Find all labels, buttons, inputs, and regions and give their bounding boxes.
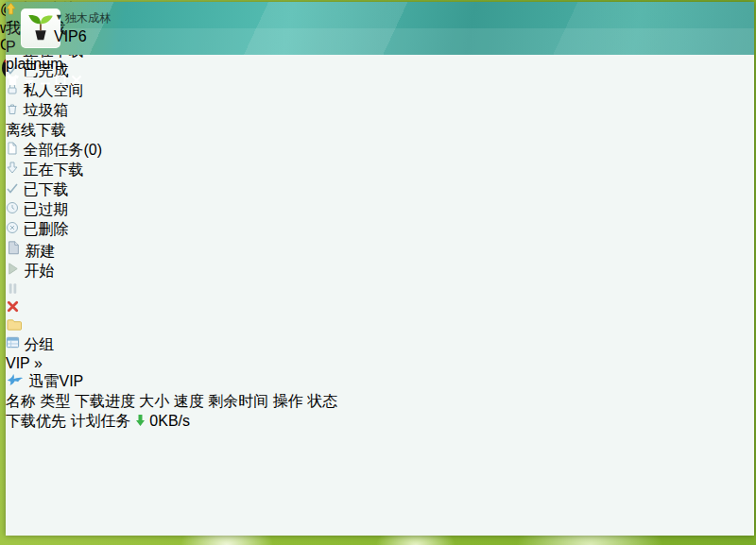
new-task-button[interactable]: 新建: [6, 240, 754, 262]
sidebar-section-offline-title: 离线下载: [6, 121, 754, 141]
tab-my-downloads[interactable]: 我的下载: [6, 19, 754, 39]
sidebar-item-label: 已过期: [23, 201, 68, 217]
circle-x-icon: [6, 221, 23, 237]
sidebar-item-offline-all-tasks[interactable]: 全部任务(0): [6, 141, 754, 161]
list-column-headers: 名称 类型 下载进度 大小 速度 剩余时间 操作 状态: [6, 392, 754, 412]
sidebar-item-label: 已下载: [23, 181, 68, 197]
plant-logo-icon: [25, 10, 57, 46]
main-menu-button[interactable]: [24, 73, 39, 89]
pause-icon: [6, 282, 20, 298]
group-list-icon: [6, 336, 24, 352]
folder-icon: [6, 318, 23, 334]
download-arrow-icon: [6, 162, 23, 178]
open-folder-button[interactable]: [6, 317, 754, 335]
column-header-name[interactable]: 名称: [6, 393, 36, 409]
close-button[interactable]: [71, 73, 82, 89]
skin-crest: P: [6, 39, 754, 56]
user-dropdown-arrow[interactable]: ▼: [55, 12, 63, 22]
play-icon: [6, 263, 24, 279]
group-button[interactable]: 分组: [6, 335, 754, 355]
maximize-button[interactable]: [55, 73, 70, 89]
thunder-bird-icon: [6, 373, 28, 389]
skin-button[interactable]: [6, 73, 24, 89]
sidebar-item-label: 已删除: [23, 221, 68, 237]
column-header-size[interactable]: 大小: [139, 393, 169, 409]
skin-crest-letter: P: [6, 39, 16, 55]
xunlei-vip-label: 迅雷VIP: [28, 373, 83, 389]
start-button[interactable]: 开始: [6, 262, 754, 281]
shirt-icon: [6, 73, 24, 89]
sidebar-item-offline-downloaded[interactable]: 已下载: [6, 180, 754, 200]
maximize-icon: [55, 73, 70, 89]
skin-watermark-text: platinum: [6, 56, 754, 73]
statusbar: 下载优先 计划任务 0KB/s: [6, 412, 754, 432]
download-priority-link[interactable]: 下载优先: [6, 413, 66, 429]
sidebar-item-offline-expired[interactable]: 已过期: [6, 200, 754, 220]
new-task-label: 新建: [25, 243, 55, 259]
group-label: 分组: [24, 336, 54, 352]
vip-toolbar-badge[interactable]: VIP: [6, 355, 30, 371]
new-document-icon: [6, 243, 25, 259]
sidebar-item-label: 全部任务(0): [23, 142, 102, 158]
menu-chevron-icon: [24, 73, 39, 89]
toolbar-more-button[interactable]: »: [34, 355, 43, 371]
app-window: ▼ 独木成林 VIP6 我的下载 P platinum: [6, 2, 754, 536]
delete-button[interactable]: [6, 299, 754, 317]
start-label: 开始: [24, 263, 54, 279]
sidebar-item-label: 垃圾箱: [23, 102, 68, 118]
download-speed-indicator: 0KB/s: [135, 413, 190, 429]
speed-value: 0KB/s: [149, 413, 190, 429]
column-header-status[interactable]: 状态: [307, 393, 337, 409]
sidebar-item-offline-deleted[interactable]: 已删除: [6, 220, 754, 240]
column-header-action[interactable]: 操作: [273, 393, 303, 409]
sidebar-item-label: 正在下载: [23, 162, 83, 178]
vip-upgrade-arrow-icon[interactable]: [6, 2, 16, 18]
sidebar-item-offline-downloading[interactable]: 正在下载: [6, 161, 754, 180]
toolbar: 新建 开始: [6, 240, 754, 392]
column-header-remaining[interactable]: 剩余时间: [208, 393, 268, 409]
xunlei-vip-button[interactable]: 迅雷VIP: [6, 372, 754, 392]
close-icon: [71, 73, 82, 89]
scheduled-tasks-link[interactable]: 计划任务: [70, 413, 130, 429]
speed-down-arrow-icon: [135, 413, 149, 429]
pause-button[interactable]: [6, 281, 754, 299]
delete-x-icon: [6, 300, 20, 316]
minimize-button[interactable]: [40, 73, 55, 89]
trash-icon: [6, 102, 23, 118]
column-header-type[interactable]: 类型: [40, 393, 70, 409]
sidebar-item-trash[interactable]: 垃圾箱: [6, 101, 754, 121]
column-header-progress[interactable]: 下载进度: [75, 393, 135, 409]
column-header-speed[interactable]: 速度: [174, 393, 204, 409]
desktop-background: ▼ 独木成林 VIP6 我的下载 P platinum: [0, 0, 756, 545]
document-icon: [6, 142, 23, 158]
check-icon: [6, 181, 23, 197]
titlebar: ▼ 独木成林 VIP6 我的下载 P platinum: [6, 2, 754, 55]
clock-icon: [6, 201, 23, 217]
window-controls: [6, 73, 754, 90]
username[interactable]: 独木成林: [65, 10, 111, 26]
minimize-icon: [40, 73, 55, 89]
vip-level-badge[interactable]: VIP6: [54, 28, 87, 45]
